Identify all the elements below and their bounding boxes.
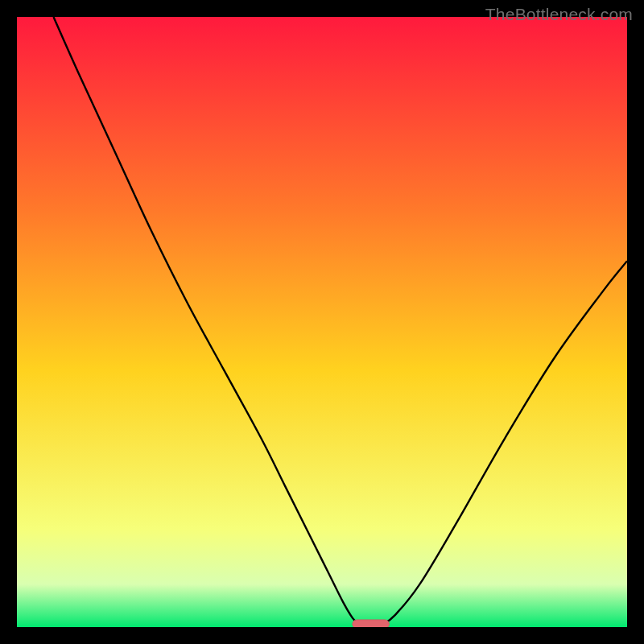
- chart-frame: TheBottleneck.com: [0, 0, 644, 644]
- chart-svg: [17, 17, 627, 627]
- gradient-background: [17, 17, 627, 627]
- watermark-text: TheBottleneck.com: [485, 5, 633, 24]
- optimal-marker: [353, 620, 389, 627]
- plot-area: [17, 17, 627, 627]
